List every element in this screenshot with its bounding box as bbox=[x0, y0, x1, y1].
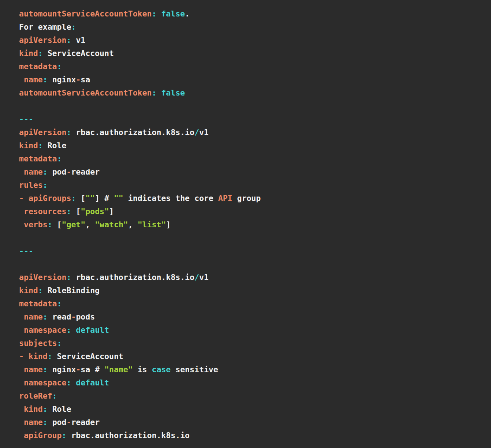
code-segment: "" bbox=[114, 194, 123, 203]
code-segment: Role bbox=[48, 404, 71, 414]
code-line: metadata: bbox=[19, 152, 482, 165]
code-segment: sensitive bbox=[171, 365, 218, 374]
code-segment: reader bbox=[71, 418, 100, 427]
code-line: kind: Role bbox=[19, 139, 482, 152]
code-segment: : bbox=[57, 339, 62, 348]
code-segment: nginx bbox=[48, 75, 76, 84]
code-segment: : bbox=[43, 312, 48, 321]
code-segment: --- bbox=[19, 246, 33, 255]
code-segment: rbac.authorization.k8s.io bbox=[66, 431, 190, 440]
code-segment: : bbox=[152, 9, 156, 18]
code-segment: : bbox=[43, 180, 48, 190]
code-segment: nginx bbox=[48, 365, 76, 374]
code-segment: , bbox=[128, 220, 138, 229]
code-line: kind: RoleBinding bbox=[19, 284, 482, 297]
code-segment: : bbox=[66, 325, 71, 335]
code-line: rules: bbox=[19, 179, 482, 192]
code-segment: rbac.authorization.k8s.io bbox=[71, 128, 194, 137]
code-line: subjects: bbox=[19, 337, 482, 350]
code-line: namespace: default bbox=[19, 376, 482, 389]
code-segment: pod bbox=[48, 167, 67, 176]
code-segment bbox=[19, 365, 24, 374]
code-segment: / bbox=[194, 128, 199, 137]
code-segment: : bbox=[43, 418, 48, 427]
code-line: verbs: ["get", "watch", "list"] bbox=[19, 218, 482, 231]
code-segment: name bbox=[24, 418, 43, 427]
code-line: name: nginx-sa bbox=[19, 73, 482, 86]
code-segment: "name" bbox=[104, 365, 133, 374]
code-line: kind: Role bbox=[19, 403, 482, 416]
code-segment: v1 bbox=[199, 273, 209, 282]
code-segment: : bbox=[52, 391, 57, 400]
code-segment: kind bbox=[19, 141, 38, 150]
code-segment: reader bbox=[71, 167, 100, 176]
code-line bbox=[19, 258, 482, 271]
code-segment: rules bbox=[19, 180, 43, 190]
code-segment: : bbox=[38, 49, 43, 58]
code-segment: : bbox=[57, 154, 62, 163]
code-segment: [ bbox=[52, 220, 62, 229]
code-segment: : bbox=[38, 286, 43, 295]
code-segment bbox=[19, 378, 24, 387]
code-segment bbox=[19, 325, 24, 335]
code-segment: : bbox=[57, 299, 62, 308]
code-line: apiGroup: rbac.authorization.k8s.io bbox=[19, 429, 482, 442]
code-segment: case bbox=[152, 365, 171, 374]
code-segment: metadata bbox=[19, 299, 57, 308]
code-segment: indicates the core bbox=[123, 194, 218, 203]
code-segment: apiVersion bbox=[19, 36, 66, 45]
code-segment: - bbox=[76, 365, 81, 374]
code-segment: subjects bbox=[19, 339, 57, 348]
code-line: name: pod-reader bbox=[19, 165, 482, 179]
code-segment: namespace bbox=[24, 325, 67, 335]
code-line bbox=[19, 231, 482, 244]
code-segment: apiGroup bbox=[24, 431, 62, 440]
code-segment: [ bbox=[76, 194, 85, 203]
code-segment: default bbox=[76, 378, 109, 387]
code-segment: metadata bbox=[19, 62, 57, 71]
code-segment: default bbox=[76, 325, 109, 335]
code-segment: : bbox=[43, 167, 48, 176]
code-segment: automountServiceAccountToken bbox=[19, 88, 152, 97]
code-segment: : bbox=[66, 207, 71, 216]
code-line: metadata: bbox=[19, 60, 482, 73]
code-line: - apiGroups: [""] # "" indicates the cor… bbox=[19, 192, 482, 205]
code-segment: kind bbox=[24, 404, 43, 414]
code-segment: - bbox=[19, 194, 24, 203]
code-segment: : bbox=[43, 404, 48, 414]
code-segment: - bbox=[66, 418, 71, 427]
code-segment: "" bbox=[85, 194, 95, 203]
code-line: resources: ["pods"] bbox=[19, 205, 482, 218]
code-segment bbox=[71, 378, 76, 387]
code-segment: sa # bbox=[81, 365, 104, 374]
code-segment: kind bbox=[19, 286, 38, 295]
code-line: For example: bbox=[19, 20, 482, 34]
code-segment bbox=[19, 404, 24, 414]
code-segment: : bbox=[71, 22, 76, 31]
code-segment: resources bbox=[24, 207, 67, 216]
code-segment: namespace bbox=[24, 378, 67, 387]
code-segment: : bbox=[66, 128, 71, 137]
code-line: name: read-pods bbox=[19, 310, 482, 324]
code-segment bbox=[19, 312, 24, 321]
code-segment: : bbox=[43, 75, 48, 84]
code-segment: - bbox=[66, 167, 71, 176]
code-segment: sa bbox=[81, 75, 90, 84]
code-segment: / bbox=[194, 273, 199, 282]
code-segment: ] bbox=[166, 220, 171, 229]
code-segment: name bbox=[24, 75, 43, 84]
code-segment: API bbox=[218, 194, 233, 203]
code-segment: metadata bbox=[19, 154, 57, 163]
code-segment bbox=[19, 418, 24, 427]
code-segment: : bbox=[57, 62, 62, 71]
code-segment bbox=[71, 325, 76, 335]
code-segment: ] # bbox=[95, 194, 114, 203]
code-segment bbox=[24, 352, 29, 361]
code-segment: name bbox=[24, 312, 43, 321]
code-line: name: nginx-sa # "name" is case sensitiv… bbox=[19, 363, 482, 376]
code-segment: : bbox=[48, 220, 52, 229]
code-segment: : bbox=[66, 378, 71, 387]
code-segment: : bbox=[66, 36, 71, 45]
code-segment: apiGroups bbox=[29, 194, 71, 203]
code-segment: pod bbox=[48, 418, 67, 427]
